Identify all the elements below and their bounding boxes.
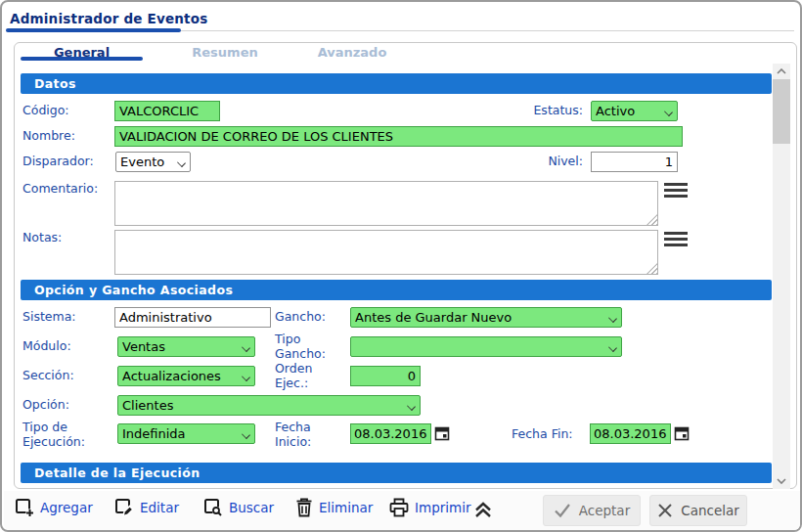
buscar-button[interactable]: Buscar xyxy=(202,497,274,518)
seccion-label: Sección: xyxy=(22,369,74,383)
tipo-ejecucion-select[interactable]: Indefinida xyxy=(117,423,255,444)
modulo-select[interactable]: Ventas xyxy=(117,336,255,357)
disparador-select[interactable]: Evento xyxy=(115,152,191,172)
scroll-down-arrow-icon[interactable] xyxy=(773,473,790,489)
gancho-label: Gancho: xyxy=(275,310,343,325)
tipo-ejecucion-value: Indefinida xyxy=(122,426,238,441)
fecha-inicio-label: Fecha Inicio: xyxy=(275,421,334,450)
fecha-fin-label: Fecha Fin: xyxy=(512,427,582,442)
chevron-down-icon xyxy=(608,315,617,321)
bottom-toolbar: Agregar Editar Buscar xyxy=(4,491,800,530)
imprimir-button[interactable]: Imprimir xyxy=(388,497,470,518)
nivel-label: Nivel: xyxy=(485,155,583,169)
notas-textarea[interactable] xyxy=(114,230,658,275)
chevron-down-icon xyxy=(242,374,250,379)
chevron-down-icon xyxy=(242,344,250,350)
form-scroll-content: Datos Código: Estatus: Activo Nombre: Di… xyxy=(16,64,779,489)
opcion-select[interactable]: Clientes xyxy=(117,395,421,416)
opcion-value: Clientes xyxy=(122,398,403,413)
search-icon xyxy=(202,497,224,518)
nombre-label: Nombre: xyxy=(22,129,75,144)
scroll-up-arrow-icon[interactable] xyxy=(773,64,790,79)
codigo-input[interactable] xyxy=(114,101,220,121)
section-header-gancho: Opción y Gancho Asociados xyxy=(21,280,772,300)
buscar-label: Buscar xyxy=(229,500,274,515)
eliminar-button[interactable]: Eliminar xyxy=(294,497,373,518)
disparador-label: Disparador: xyxy=(22,155,94,169)
event-admin-window: Administrador de Eventos General Resumen… xyxy=(0,0,802,532)
seccion-select[interactable]: Actualizaciones xyxy=(117,366,255,386)
estatus-label: Estatus: xyxy=(485,104,583,118)
comentario-label: Comentario: xyxy=(22,182,98,197)
edit-icon xyxy=(113,497,135,518)
tab-avanzado[interactable]: Avanzado xyxy=(279,45,425,59)
nivel-input[interactable] xyxy=(591,152,678,172)
opcion-label: Opción: xyxy=(22,398,69,413)
tipo-gancho-select[interactable] xyxy=(350,336,622,357)
comentario-textarea[interactable] xyxy=(114,181,658,226)
trash-icon xyxy=(294,497,314,518)
disparador-value: Evento xyxy=(120,155,173,169)
notas-expand-icon[interactable] xyxy=(664,232,688,251)
fecha-inicio-input[interactable] xyxy=(350,423,431,444)
check-icon xyxy=(554,503,571,518)
eliminar-label: Eliminar xyxy=(319,500,373,515)
tab-general-underline xyxy=(21,57,143,61)
aceptar-label: Aceptar xyxy=(579,503,630,518)
chevron-down-icon xyxy=(664,109,673,114)
modulo-value: Ventas xyxy=(122,339,238,354)
editar-button[interactable]: Editar xyxy=(113,497,179,518)
gancho-select[interactable]: Antes de Guardar Nuevo xyxy=(350,307,622,328)
gancho-value: Antes de Guardar Nuevo xyxy=(355,310,604,325)
vertical-scrollbar[interactable] xyxy=(773,64,790,489)
tipo-ejecucion-label: Tipo de Ejecución: xyxy=(22,421,111,450)
codigo-label: Código: xyxy=(22,104,69,118)
chevron-down-icon xyxy=(407,403,416,409)
nombre-input[interactable] xyxy=(114,126,683,147)
printer-icon xyxy=(388,497,410,518)
comentario-expand-icon[interactable] xyxy=(664,183,688,202)
main-panel: General Resumen Avanzado Datos Código: E… xyxy=(14,42,797,489)
fecha-fin-input[interactable] xyxy=(590,423,671,444)
cancelar-button[interactable]: Cancelar xyxy=(649,495,747,526)
modulo-label: Módulo: xyxy=(22,339,71,354)
chevron-down-icon xyxy=(608,344,617,350)
notas-label: Notas: xyxy=(22,231,62,245)
agregar-label: Agregar xyxy=(40,500,93,515)
scrollbar-thumb[interactable] xyxy=(773,79,790,144)
tab-resumen[interactable]: Resumen xyxy=(152,45,298,59)
aceptar-button[interactable]: Aceptar xyxy=(543,495,641,526)
fecha-fin-calendar-icon[interactable] xyxy=(674,425,690,442)
estatus-value: Activo xyxy=(596,104,660,118)
add-document-icon xyxy=(14,497,35,518)
section-header-datos: Datos xyxy=(21,73,772,94)
tab-general[interactable]: General xyxy=(21,45,143,59)
chevron-down-icon xyxy=(242,431,250,437)
orden-ejec-label: Orden Ejec.: xyxy=(275,362,334,391)
estatus-select[interactable]: Activo xyxy=(591,101,678,121)
agregar-button[interactable]: Agregar xyxy=(14,497,93,518)
section-header-detalle: Detalle de la Ejecución xyxy=(21,463,772,483)
window-title: Administrador de Eventos xyxy=(10,11,207,26)
imprimir-label: Imprimir xyxy=(415,500,470,515)
chevrons-up-icon xyxy=(471,499,495,520)
chevron-down-icon xyxy=(177,159,186,165)
collapse-toolbar-button[interactable] xyxy=(471,499,495,523)
tipo-gancho-label: Tipo Gancho: xyxy=(275,332,334,362)
editar-label: Editar xyxy=(140,500,179,515)
cancelar-label: Cancelar xyxy=(681,503,739,518)
sistema-label: Sistema: xyxy=(22,310,76,325)
close-icon xyxy=(657,503,673,518)
seccion-value: Actualizaciones xyxy=(122,369,238,383)
fecha-inicio-calendar-icon[interactable] xyxy=(434,425,450,442)
orden-ejec-input[interactable] xyxy=(350,366,421,386)
sistema-input[interactable] xyxy=(114,307,271,328)
title-underline xyxy=(6,28,181,32)
